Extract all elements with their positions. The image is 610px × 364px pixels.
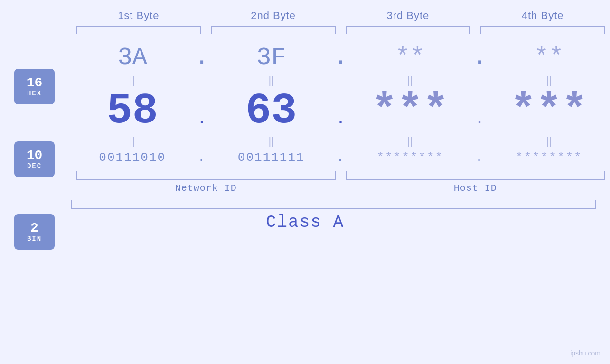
host-id-label: Host ID [341,183,610,194]
dec-base-number: 10 [27,149,43,162]
equals-row-2: || || || || [71,135,610,148]
bin-dot2: . [332,150,349,165]
hex-b4: ** [488,44,610,72]
hex-dot2: . [332,44,349,72]
top-bracket-2 [211,26,336,34]
base-labels: 16 HEX 10 DEC 2 BIN [14,69,55,250]
network-id-label: Network ID [71,183,341,194]
byte3-header: 3rd Byte [341,9,476,22]
top-bracket-1 [76,26,201,34]
dec-b2: 63 [210,90,333,132]
hex-base-number: 16 [27,76,43,90]
dec-row: 58 . 63 . *** . *** [71,90,610,132]
full-bracket [71,200,596,209]
class-label-row: Class A [0,213,610,232]
bin-base-number: 2 [30,222,38,235]
bottom-brackets [0,171,610,180]
dec-base-box: 10 DEC [14,141,55,177]
dec-b4: *** [488,90,610,132]
bin-base-name: BIN [27,235,42,243]
hex-b2: 3F [210,44,333,72]
bin-b3: ******** [349,150,471,165]
bin-b1: 00111010 [71,150,194,165]
byte2-header: 2nd Byte [206,9,341,22]
hex-dot1: . [194,44,210,72]
id-labels: Network ID Host ID [0,183,610,194]
dec-b1: 58 [71,90,194,132]
full-bracket-row [0,200,610,209]
dec-dot1: . [194,112,210,132]
bin-dot1: . [194,150,210,165]
top-brackets [0,26,610,34]
dec-dot2: . [332,112,349,132]
class-label: Class A [266,213,344,232]
dec-b3: *** [349,90,471,132]
hex-base-box: 16 HEX [14,69,55,104]
bin-row: 00111010 . 00111111 . ******** . *******… [71,150,610,165]
hex-row: 3A . 3F . ** . ** [71,44,610,72]
equals-row-1: || || || || [71,75,610,87]
watermark: ipshu.com [570,349,601,357]
dec-dot3: . [471,112,488,132]
bin-b2: 00111111 [210,150,333,165]
top-bracket-3 [346,26,471,34]
main-container: 1st Byte 2nd Byte 3rd Byte 4th Byte 16 H… [0,0,610,364]
byte-headers: 1st Byte 2nd Byte 3rd Byte 4th Byte [0,9,610,22]
hex-dot3: . [471,44,488,72]
hex-b1: 3A [71,44,194,72]
byte4-header: 4th Byte [475,9,610,22]
hex-b3: ** [349,44,471,72]
hex-base-name: HEX [27,90,42,97]
top-bracket-4 [480,26,605,34]
byte1-header: 1st Byte [71,9,206,22]
bin-base-box: 2 BIN [14,214,55,250]
bin-b4: ******** [488,150,610,165]
main-content: 3A . 3F . ** . ** || || [0,39,610,165]
dec-base-name: DEC [27,162,42,170]
bin-dot3: . [471,150,488,165]
host-bracket [346,171,606,180]
network-bracket [76,171,336,180]
